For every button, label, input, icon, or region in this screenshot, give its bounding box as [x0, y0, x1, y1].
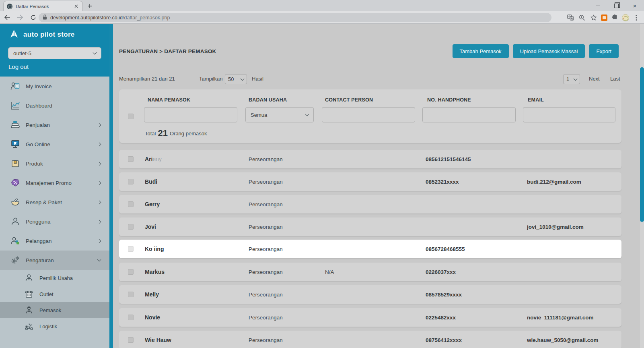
outlet-select[interactable]: outlet-5	[8, 47, 101, 59]
sidebar-item-resep-paket[interactable]: Resep & Paket	[0, 193, 109, 212]
table-row[interactable]: Gerry Perseorangan	[119, 195, 621, 213]
column-header-email: EMAIL	[528, 97, 544, 103]
chevron-down-icon	[574, 77, 578, 81]
last-page-link[interactable]: Last	[610, 76, 620, 82]
bookmark-star-icon[interactable]	[589, 13, 598, 22]
row-checkbox[interactable]	[128, 179, 134, 184]
table-row[interactable]: Markus Perseorangan N/A 0226037xxx	[119, 263, 621, 281]
table-row[interactable]: Melly Perseorangan 08578529xxxx	[119, 285, 621, 304]
filter-nama-pemasok-input[interactable]	[144, 107, 237, 122]
sidebar-subitem-pemasok[interactable]: Pemasok	[0, 302, 109, 318]
column-header-nama-pemasok: NAMA PEMASOK	[148, 97, 190, 103]
table-header-card: NAMA PEMASOK BADAN USAHA CONTACT PERSON …	[119, 89, 621, 143]
sidebar-subitem-logistik[interactable]: Logistik	[0, 318, 109, 334]
outlet-selected-value: outlet-5	[13, 50, 31, 56]
row-checkbox[interactable]	[128, 269, 134, 275]
tab-title: Daftar Pemasok	[16, 4, 70, 9]
sidebar-item-penjualan[interactable]: Penjualan	[0, 115, 109, 135]
chevron-down-icon	[305, 112, 309, 116]
sidebar-item-go-online[interactable]: Go Online	[0, 135, 109, 154]
sidebar-scrollbar[interactable]	[109, 24, 113, 348]
row-checkbox[interactable]	[128, 156, 134, 162]
table-row[interactable]: Arieny Perseorangan 085612151546145	[119, 150, 621, 168]
new-tab-button[interactable]	[86, 2, 93, 10]
brand-logo-icon	[9, 29, 19, 41]
sidebar-item-manajemen-promo[interactable]: Manajemen Promo	[0, 173, 109, 193]
page-select[interactable]: 1	[563, 74, 580, 84]
row-checkbox[interactable]	[128, 315, 134, 320]
row-checkbox[interactable]	[128, 337, 134, 343]
window-restore-button[interactable]	[607, 0, 625, 11]
cash-register-icon	[10, 120, 20, 130]
column-header-contact-person: CONTACT PERSON	[325, 97, 373, 103]
storefront-icon	[24, 289, 34, 299]
sidebar-item-my-invoice[interactable]: My Invoice	[0, 77, 109, 96]
url-bar[interactable]: development.autopilotstore.co.id/daftar_…	[39, 13, 551, 22]
sidebar-item-pelanggan[interactable]: Pelanggan	[0, 231, 109, 251]
product-box-icon	[10, 159, 20, 168]
filter-no-handphone-input[interactable]	[422, 107, 516, 122]
forward-icon[interactable]	[14, 12, 26, 23]
row-checkbox[interactable]	[128, 201, 134, 207]
table-row[interactable]: Jovi Perseorangan jovi_1010@gmail.com	[119, 218, 621, 236]
settings-gear-icon	[10, 255, 20, 265]
filter-email-input[interactable]	[523, 107, 615, 122]
mortar-pestle-icon	[10, 197, 20, 207]
table-row[interactable]: Wie Hauw Perseorangan 08756412xxxx wie.h…	[119, 331, 621, 348]
page-scrollbar-thumb[interactable]	[640, 67, 644, 222]
browser-menu-kebab-icon[interactable]	[632, 13, 641, 22]
extension-badge-icon[interactable]	[601, 14, 607, 21]
screen: Daftar Pemasok × development.a	[0, 0, 644, 348]
lock-icon	[43, 14, 47, 21]
sidebar-item-pengaturan[interactable]: Pengaturan	[0, 251, 109, 270]
per-page-select[interactable]: 50	[225, 74, 247, 84]
logout-link[interactable]: Log out	[8, 63, 29, 70]
business-owner-icon	[24, 273, 34, 283]
supplier-icon	[24, 305, 34, 315]
tampilkan-label: Tampilkan	[199, 76, 223, 82]
sidebar-item-produk[interactable]: Produk	[0, 154, 109, 173]
brand-name: auto pilot store	[23, 31, 75, 39]
column-header-badan-usaha: BADAN USAHA	[249, 97, 287, 103]
browser-tab[interactable]: Daftar Pemasok	[3, 1, 83, 11]
sidebar-subitem-outlet[interactable]: Outlet	[0, 286, 109, 302]
row-checkbox[interactable]	[128, 246, 134, 252]
tab-close-icon[interactable]	[73, 3, 79, 10]
filter-badan-usaha-select[interactable]: Semua	[245, 107, 314, 122]
reload-icon[interactable]	[27, 12, 39, 23]
table-row[interactable]: Novie Perseorangan 0225482xxx novie_1111…	[119, 308, 621, 327]
chevron-down-icon	[241, 77, 245, 81]
main-content: PENGATURAN > DAFTAR PEMASOK Tambah Pemas…	[113, 24, 644, 348]
url-text: development.autopilotstore.co.id/daftar_…	[50, 15, 170, 21]
favicon-globe-icon	[7, 4, 12, 9]
back-icon[interactable]	[2, 12, 13, 23]
tambah-pemasok-button[interactable]: Tambah Pemasok	[453, 44, 509, 58]
brand: auto pilot store	[9, 29, 75, 41]
table-row-highlighted[interactable]: Ko iing Perseorangan 0856728468555	[119, 240, 621, 258]
filter-contact-person-input[interactable]	[322, 107, 415, 122]
window-minimize-button[interactable]	[588, 0, 607, 11]
hasil-label: Hasil	[252, 76, 263, 82]
profile-avatar[interactable]	[622, 14, 629, 21]
invoice-icon	[10, 81, 20, 91]
upload-pemasok-massal-button[interactable]: Upload Pemasok Massal	[513, 44, 585, 58]
sidebar-menu: My Invoice Dashboard Penjualan Go Onli	[0, 77, 109, 334]
sidebar-item-dashboard[interactable]: Dashboard	[0, 96, 109, 115]
sidebar-subitem-pemilik-usaha[interactable]: Pemilik Usaha	[0, 270, 109, 286]
total-suppliers-text: Total 21 Orang pemasok	[145, 128, 207, 139]
row-checkbox[interactable]	[128, 224, 134, 230]
row-checkbox[interactable]	[128, 292, 134, 297]
next-page-link[interactable]: Next	[589, 76, 600, 82]
page-scrollbar-track[interactable]	[640, 24, 644, 348]
puzzle-extensions-icon[interactable]	[610, 13, 619, 22]
zoom-icon[interactable]	[578, 13, 586, 22]
user-icon	[10, 217, 20, 226]
select-all-checkbox[interactable]	[128, 114, 134, 119]
translate-icon[interactable]	[566, 13, 575, 22]
browser-toolbar: development.autopilotstore.co.id/daftar_…	[0, 11, 644, 24]
window-close-button[interactable]: ×	[625, 0, 644, 11]
customer-icon	[10, 236, 20, 246]
sidebar-item-pengguna[interactable]: Pengguna	[0, 212, 109, 231]
table-row[interactable]: Budi Perseorangan 0852321xxxx budi.212@g…	[119, 172, 621, 191]
export-button[interactable]: Export	[589, 44, 619, 58]
